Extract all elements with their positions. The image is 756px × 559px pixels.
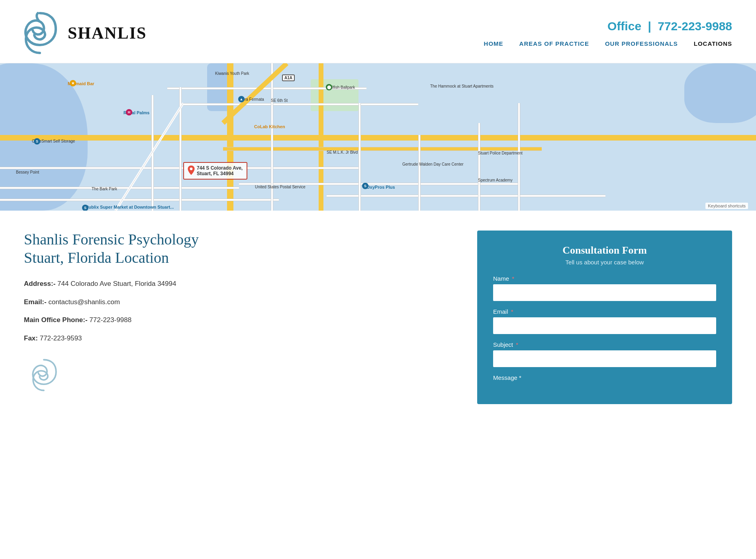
location-address-line1: 744 S Colorado Ave, [197,165,243,171]
fax-value: 772-223-9593 [40,334,82,342]
subject-label: Subject * [493,341,716,348]
fax-row: Fax: 772-223-9593 [24,333,453,344]
location-address-line2: Stuart, FL 34994 [197,171,243,176]
poi-sailfish: ⬤ [326,84,332,90]
email-row: Email:- contactus@shanlis.com [24,297,453,307]
email-label: Email:- [24,298,47,306]
phone-value[interactable]: 772-223-9988 [89,316,131,324]
label-se6th: SE 6th St [271,98,288,103]
svg-line-0 [116,103,183,211]
poi-mermaid-bar: ★ [70,80,76,86]
logo-swirl-icon [16,7,64,59]
location-title-line1: Shanlis Forensic Psychology [24,231,199,248]
phone-number[interactable]: 772-223-9988 [658,20,732,33]
header-right: Office | 772-223-9988 HOME AREAS OF PRAC… [484,20,732,47]
decorative-swirl-icon [24,355,64,395]
subject-required: * [516,341,518,348]
header: SHANLIS Office | 772-223-9988 HOME AREAS… [0,0,756,63]
consultation-form-container: Consultation Form Tell us about your cas… [477,231,732,404]
phone-row: Main Office Phone:- 772-223-9988 [24,315,453,325]
logo-text: SHANLIS [68,23,147,43]
location-title-line2: Stuart, Florida Location [24,249,169,266]
label-postal: United States Postal Service [255,185,306,189]
location-title: Shanlis Forensic Psychology Stuart, Flor… [24,231,453,267]
label-gertrude: Gertrude Walden Day Care Center [402,162,464,166]
svg-point-3 [190,168,193,170]
nav-professionals[interactable]: OUR PROFESSIONALS [605,40,678,47]
svg-line-1 [116,103,183,211]
phone-line: Office | 772-223-9988 [607,20,732,33]
poi-oxypros: S [362,183,368,189]
label-bark-park: The Bark Park [92,187,117,191]
name-group: Name * [493,275,716,301]
label-oxypros: OxyPros Plus [366,185,395,190]
poi-terra-fermata: ▲ [238,96,245,102]
location-address: 744 S Colorado Ave, Stuart, FL 34994 [197,165,243,176]
label-semlk: SE M.L.K. Jr Blvd [327,150,358,154]
address-label: Address:- [24,280,55,287]
label-publix: Publix Super Market at Downtown Stuart..… [86,205,174,209]
address-value: 744 Colorado Ave Stuart, Florida 34994 [57,280,176,287]
left-column: Shanlis Forensic Psychology Stuart, Flor… [24,231,477,397]
poi-royal-palms: H [126,109,132,115]
keyboard-shortcuts: Keyboard shortcuts [705,203,748,209]
map-container[interactable]: Mermaid Bar Royal Palms Terra Fermata Cu… [0,63,756,211]
message-label: Message * [493,374,716,381]
email-label: Email * [493,308,716,315]
consultation-form[interactable]: Name * Email * Subject * [493,275,716,381]
nav-home[interactable]: HOME [484,40,503,47]
phone-divider: | [648,20,651,33]
name-label: Name * [493,275,716,282]
location-pin-icon [187,166,195,176]
email-value[interactable]: contactus@shanlis.com [48,298,120,306]
nav-locations[interactable]: LOCATIONS [694,40,732,47]
label-hammock: The Hammock at Stuart Apartments [430,84,494,88]
form-subtitle: Tell us about your case below [493,259,716,266]
name-input[interactable] [493,284,716,301]
form-title: Consultation Form [493,244,716,256]
phone-label: Main Office Phone:- [24,316,88,324]
address-row: Address:- 744 Colorado Ave Stuart, Flori… [24,279,453,289]
road-badge-a1a: A1A [282,74,295,81]
logo-area: SHANLIS [16,7,147,59]
email-group: Email * [493,308,716,334]
subject-group: Subject * [493,341,716,367]
label-colab-kitchen: CoLab Kitchen [254,124,285,129]
message-required: * [519,374,521,381]
map-background: Mermaid Bar Royal Palms Terra Fermata Cu… [0,63,756,211]
poi-cubesmart: S [34,138,40,145]
email-required: * [511,308,513,315]
location-box[interactable]: 744 S Colorado Ave, Stuart, FL 34994 [183,162,247,180]
label-kiwanis: Kiwanis Youth Park [215,71,249,76]
fax-label: Fax: [24,334,38,342]
label-bessey-point: Bessey Point [16,170,39,174]
main-nav: HOME AREAS OF PRACTICE OUR PROFESSIONALS… [484,40,732,47]
name-required: * [512,275,514,282]
email-input[interactable] [493,317,716,334]
nav-areas[interactable]: AREAS OF PRACTICE [519,40,589,47]
office-label: Office [607,20,641,33]
poi-publix: S [82,205,88,211]
decorative-swirl [24,355,453,397]
subject-input[interactable] [493,350,716,367]
main-content: Shanlis Forensic Psychology Stuart, Flor… [0,211,756,420]
label-spectrum: Spectrum Academy [478,178,513,182]
label-stuart-police: Stuart Police Department [478,151,523,155]
message-group: Message * [493,374,716,381]
